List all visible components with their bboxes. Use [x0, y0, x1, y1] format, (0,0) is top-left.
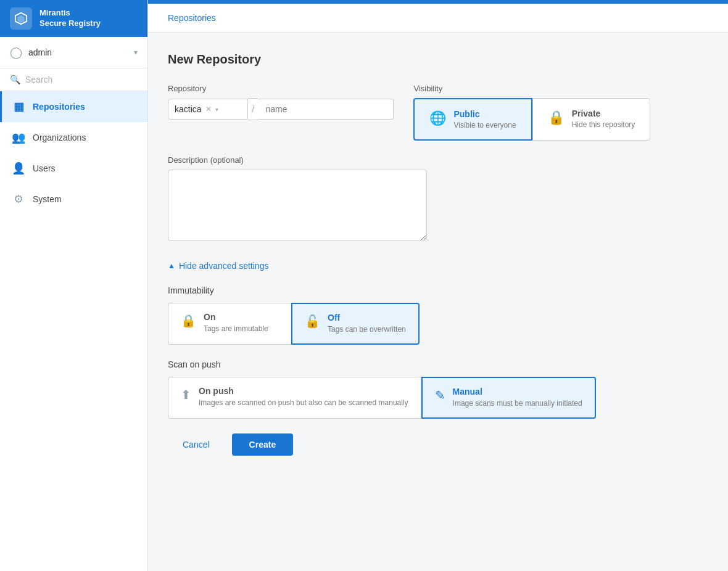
app-logo [10, 7, 32, 30]
scan-options: ⬆ On push Images are scanned on push but… [168, 377, 708, 419]
app-title: Mirantis Secure Registry [39, 8, 101, 29]
repository-label: Repository [168, 84, 394, 93]
breadcrumb[interactable]: Repositories [168, 13, 216, 23]
unlock-icon: 🔓 [305, 314, 320, 329]
sidebar-item-system[interactable]: ⚙ System [0, 184, 147, 215]
namespace-select[interactable]: kactica ✕ ▾ [168, 99, 248, 120]
repo-visibility-row: Repository kactica ✕ ▾ / Visibility 🌐 [168, 84, 708, 141]
repo-name-input[interactable] [258, 99, 394, 120]
visibility-label: Visibility [413, 84, 650, 93]
chevron-down-icon: ▾ [134, 48, 138, 57]
chevron-down-icon[interactable]: ▾ [215, 106, 218, 113]
search-label: Search [25, 75, 52, 84]
cancel-button[interactable]: Cancel [168, 433, 225, 456]
sidebar-nav: ▦ Repositories 👥 Organizations 👤 Users ⚙… [0, 91, 147, 215]
repository-section: Repository kactica ✕ ▾ / [168, 84, 394, 120]
manual-icon: ✎ [435, 388, 445, 403]
create-button[interactable]: Create [232, 433, 294, 456]
private-desc: Hide this repository [572, 120, 635, 129]
upload-icon: ⬆ [181, 387, 191, 402]
lock-icon: 🔒 [548, 110, 565, 126]
repositories-icon: ▦ [12, 100, 25, 113]
lock-icon: 🔒 [181, 313, 196, 328]
description-row: Description (optional) [168, 155, 708, 244]
immutability-on-desc: Tags are immutable [204, 324, 268, 334]
immutability-on-title: On [204, 312, 268, 322]
visibility-group: 🌐 Public Visible to everyone 🔒 Private H… [413, 98, 650, 141]
repo-field-group: kactica ✕ ▾ / [168, 98, 394, 120]
immutability-off-title: Off [328, 313, 406, 322]
advanced-toggle-label: Hide advanced settings [179, 261, 269, 271]
description-label: Description (optional) [168, 155, 427, 165]
description-textarea[interactable] [168, 170, 427, 241]
organizations-icon: 👥 [12, 131, 25, 144]
visibility-private[interactable]: 🔒 Private Hide this repository [532, 98, 651, 141]
clear-namespace-icon[interactable]: ✕ [205, 105, 212, 113]
sidebar-item-repositories[interactable]: ▦ Repositories [0, 91, 147, 122]
user-menu[interactable]: ◯ admin ▾ [0, 37, 147, 68]
repo-slash: / [248, 98, 258, 120]
chevron-up-icon: ▲ [168, 261, 175, 270]
breadcrumb-bar: Repositories [148, 4, 728, 33]
scan-manual-title: Manual [453, 387, 582, 396]
namespace-value: kactica [175, 104, 202, 114]
public-desc: Visible to everyone [453, 121, 516, 129]
immutability-label: Immutability [168, 286, 708, 295]
search-icon: 🔍 [10, 75, 20, 84]
username-label: admin [28, 47, 128, 57]
form-actions: Cancel Create [168, 433, 708, 456]
users-icon: 👤 [12, 162, 25, 175]
sidebar-item-label: System [33, 194, 62, 204]
immutability-options: 🔒 On Tags are immutable 🔓 Off Tags can b… [168, 303, 708, 345]
main-content: Repositories New Repository Repository k… [148, 0, 728, 571]
scan-manual[interactable]: ✎ Manual Image scans must be manually in… [421, 377, 596, 419]
advanced-settings-toggle[interactable]: ▲ Hide advanced settings [168, 261, 708, 271]
private-title: Private [572, 109, 635, 118]
sidebar-item-organizations[interactable]: 👥 Organizations [0, 122, 147, 153]
scan-on-push[interactable]: ⬆ On push Images are scanned on push but… [168, 377, 421, 419]
system-icon: ⚙ [12, 192, 25, 206]
immutability-off-desc: Tags can be overwritten [328, 324, 406, 335]
scan-label: Scan on push [168, 359, 708, 369]
sidebar-search[interactable]: 🔍 Search [0, 68, 147, 91]
scan-push-title: On push [199, 386, 408, 396]
public-title: Public [453, 109, 516, 119]
immutability-on[interactable]: 🔒 On Tags are immutable [168, 303, 291, 345]
svg-marker-1 [18, 15, 25, 23]
globe-icon: 🌐 [429, 110, 446, 126]
scan-push-desc: Images are scanned on push but also can … [199, 398, 408, 408]
immutability-off[interactable]: 🔓 Off Tags can be overwritten [291, 303, 420, 345]
sidebar-item-label: Repositories [33, 102, 85, 112]
user-icon: ◯ [10, 46, 22, 59]
sidebar-header: Mirantis Secure Registry [0, 0, 147, 37]
visibility-section: Visibility 🌐 Public Visible to everyone … [413, 84, 650, 141]
description-section: Description (optional) [168, 155, 427, 244]
scan-manual-desc: Image scans must be manually initiated [453, 398, 582, 409]
sidebar: Mirantis Secure Registry ◯ admin ▾ 🔍 Sea… [0, 0, 148, 571]
visibility-public[interactable]: 🌐 Public Visible to everyone [413, 98, 532, 141]
page-title: New Repository [168, 52, 708, 67]
sidebar-item-label: Users [33, 163, 56, 173]
sidebar-item-users[interactable]: 👤 Users [0, 153, 147, 184]
page-content: New Repository Repository kactica ✕ ▾ / … [148, 33, 728, 475]
sidebar-item-label: Organizations [33, 133, 86, 142]
